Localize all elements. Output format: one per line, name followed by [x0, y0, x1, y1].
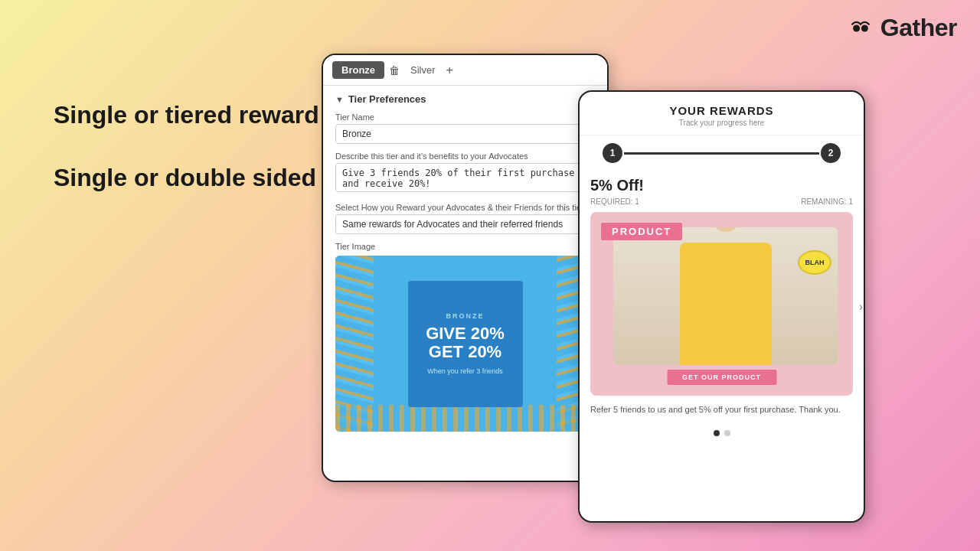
form-tablet-inner: Bronze 🗑 Silver + ▼ Tier Preferences Tie…: [323, 55, 607, 439]
logo-text: Gather: [880, 14, 957, 42]
model-silhouette: [613, 227, 838, 365]
product-card: PRODUCT BLAH GET OUR PRODUCT: [590, 212, 853, 396]
bronze-image-card: BRONZE GIVE 20%GET 20% When you refer 3 …: [335, 256, 595, 432]
tier-name-label: Tier Name: [335, 112, 595, 122]
progress-step-2: 2: [821, 143, 841, 163]
select-label: Select How you Reward your Advocates & t…: [335, 203, 595, 212]
tab-silver[interactable]: Silver: [404, 61, 442, 79]
svg-point-1: [861, 24, 868, 31]
reward-description: Refer 5 friends to us and get 5% off you…: [590, 403, 853, 416]
bronze-tier-label: BRONZE: [446, 312, 485, 320]
chevron-down-icon: ▼: [335, 95, 344, 104]
form-section: ▼ Tier Preferences Tier Name Describe th…: [323, 86, 607, 439]
add-tab-button[interactable]: +: [446, 64, 453, 77]
reward-stats: REQUIRED: 1 REMAINING: 1: [590, 197, 853, 206]
bronze-subtext: When you refer 3 friends: [427, 367, 503, 375]
progress-line: [624, 152, 819, 155]
tier-prefs-label: Tier Preferences: [348, 93, 426, 105]
describe-label: Describe this tier and it's benefits to …: [335, 152, 595, 161]
reward-off-label: 5% Off!: [590, 177, 853, 194]
tab-bronze[interactable]: Bronze: [332, 61, 384, 79]
wavy-bottom-decoration: [335, 405, 595, 432]
dot-active[interactable]: [714, 430, 720, 436]
bronze-inner-card: BRONZE GIVE 20%GET 20% When you refer 3 …: [408, 281, 523, 407]
tier-name-input[interactable]: [335, 124, 595, 144]
tabs-bar: Bronze 🗑 Silver +: [323, 55, 607, 86]
model-figure: [680, 243, 772, 365]
logo-area: Gather: [847, 14, 957, 42]
product-cta-button[interactable]: GET OUR PRODUCT: [667, 370, 776, 385]
carousel-dots: [580, 424, 864, 442]
progress-step-1: 1: [603, 143, 622, 163]
describe-textarea[interactable]: Give 3 friends 20% of their first purcha…: [335, 163, 595, 192]
select-input[interactable]: [335, 214, 595, 234]
required-label: REQUIRED: 1: [590, 197, 639, 206]
rewards-body: 5% Off! REQUIRED: 1 REMAINING: 1 PRODUCT…: [580, 177, 864, 416]
dot-inactive[interactable]: [724, 430, 730, 436]
gather-logo-icon: [847, 15, 874, 42]
tier-image-label: Tier Image: [335, 242, 595, 251]
product-model-area: [613, 227, 838, 365]
rewards-title: YOUR REWARDS: [589, 104, 854, 117]
remaining-label: REMAINING: 1: [801, 197, 853, 206]
trash-icon[interactable]: 🗑: [389, 64, 400, 77]
chevron-right-icon[interactable]: ›: [857, 297, 865, 317]
model-head: [712, 227, 740, 232]
product-label: PRODUCT: [601, 223, 682, 240]
rewards-tablet: YOUR REWARDS Track your progress here 1 …: [578, 90, 865, 523]
tier-preferences-section: ▼ Tier Preferences: [335, 93, 595, 105]
bronze-headline: GIVE 20%GET 20%: [426, 324, 505, 361]
blah-speech-bubble: BLAH: [798, 250, 831, 275]
rewards-header: YOUR REWARDS Track your progress here: [580, 92, 864, 135]
form-tablet: Bronze 🗑 Silver + ▼ Tier Preferences Tie…: [322, 54, 609, 482]
progress-bar: 1 2: [580, 135, 864, 171]
svg-point-0: [853, 24, 860, 31]
rewards-subtitle: Track your progress here: [589, 119, 854, 127]
